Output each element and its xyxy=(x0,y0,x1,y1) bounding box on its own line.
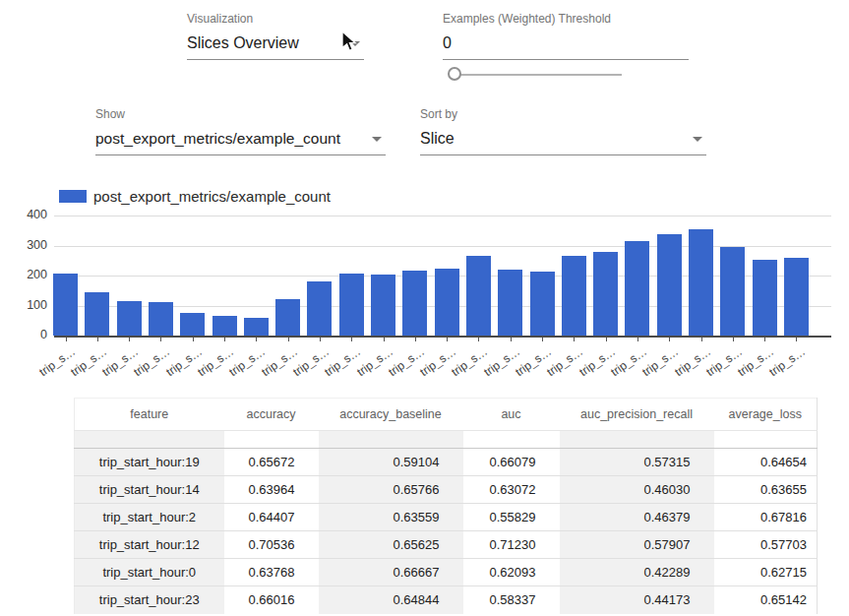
x-axis-tick xyxy=(669,338,670,341)
bar[interactable] xyxy=(244,318,269,336)
bar[interactable] xyxy=(753,260,777,336)
bar[interactable] xyxy=(53,274,78,336)
metric-cell: 0.71230 xyxy=(463,531,560,559)
sortby-label: Sort by xyxy=(420,107,706,121)
x-axis-tick xyxy=(129,338,130,341)
metric-cell: 0.65625 xyxy=(319,531,463,559)
y-gridline xyxy=(54,216,831,216)
table-row: trip_start_hour:140.639640.657660.630720… xyxy=(75,476,818,504)
column-header-accuracy[interactable]: accuracy xyxy=(224,399,319,431)
y-axis-tick-label: 400 xyxy=(8,208,47,221)
threshold-label: Examples (Weighted) Threshold xyxy=(443,12,689,26)
x-axis-tick xyxy=(606,338,607,341)
chevron-down-icon xyxy=(372,137,382,142)
x-axis-tick xyxy=(351,338,352,341)
threshold-value: 0 xyxy=(443,34,452,51)
x-axis-tick xyxy=(637,338,638,341)
bar[interactable] xyxy=(212,316,237,336)
bar[interactable] xyxy=(117,301,142,336)
metric-cell: 0.66016 xyxy=(224,586,319,614)
column-header-average_loss[interactable]: average_loss xyxy=(714,399,818,431)
threshold-slider[interactable] xyxy=(448,67,622,83)
bar[interactable] xyxy=(625,241,649,336)
column-header-feature[interactable]: feature xyxy=(75,399,224,431)
table-header-row: featureaccuracyaccuracy_baselineaucauc_p… xyxy=(75,399,818,431)
metric-cell: 0.66667 xyxy=(319,559,463,586)
metric-cell: 0.59104 xyxy=(319,449,463,476)
metric-cell: 0.46379 xyxy=(560,504,714,531)
y-gridline xyxy=(54,246,831,247)
bar[interactable] xyxy=(371,275,395,336)
show-value: post_export_metrics/example_count xyxy=(95,130,340,147)
x-axis-tick xyxy=(256,338,257,341)
chevron-down-icon xyxy=(693,137,702,142)
filter-cell xyxy=(224,431,319,449)
slider-track[interactable] xyxy=(455,74,622,76)
sortby-select[interactable]: Slice xyxy=(420,128,706,155)
bar[interactable] xyxy=(562,256,586,336)
bar[interactable] xyxy=(85,292,109,336)
y-axis-tick-label: 0 xyxy=(8,328,47,341)
metric-cell: 0.57703 xyxy=(714,531,818,559)
filter-cell xyxy=(463,431,560,449)
filter-cell xyxy=(75,431,224,449)
x-axis-line xyxy=(54,336,831,338)
x-axis-tick xyxy=(796,338,797,341)
show-control: Show post_export_metrics/example_count xyxy=(95,107,386,155)
legend-label: post_export_metrics/example_count xyxy=(93,188,331,205)
x-axis-tick xyxy=(574,338,575,341)
metric-cell: 0.65142 xyxy=(714,586,818,614)
bar[interactable] xyxy=(498,270,522,336)
x-axis-tick xyxy=(701,338,702,341)
x-axis-tick xyxy=(97,338,98,341)
bar[interactable] xyxy=(180,313,205,336)
bar[interactable] xyxy=(466,256,491,336)
show-select[interactable]: post_export_metrics/example_count xyxy=(95,128,386,155)
legend-swatch xyxy=(59,190,87,203)
mouse-cursor-icon xyxy=(341,31,358,53)
feature-cell: trip_start_hour:19 xyxy=(75,449,224,476)
x-axis-tick xyxy=(384,338,385,341)
chart-legend: post_export_metrics/example_count xyxy=(59,188,331,205)
filter-cell xyxy=(560,431,714,449)
column-header-accuracy_baseline[interactable]: accuracy_baseline xyxy=(319,399,463,431)
bar[interactable] xyxy=(689,229,713,336)
bar[interactable] xyxy=(784,258,809,336)
metric-cell: 0.63964 xyxy=(224,476,319,504)
metric-cell: 0.64844 xyxy=(319,586,463,614)
threshold-input[interactable]: 0 xyxy=(443,32,689,60)
column-header-auc_precision_recall[interactable]: auc_precision_recall xyxy=(560,399,714,431)
visualization-label: Visualization xyxy=(187,12,364,26)
bar[interactable] xyxy=(530,272,555,336)
bar[interactable] xyxy=(720,247,745,336)
metric-cell: 0.58337 xyxy=(463,586,560,614)
table-row: trip_start_hour:00.637680.666670.620930.… xyxy=(75,559,818,586)
x-axis-tick xyxy=(447,338,448,341)
column-header-auc[interactable]: auc xyxy=(463,399,560,431)
metric-cell: 0.67816 xyxy=(714,504,818,531)
metric-cell: 0.55829 xyxy=(463,504,560,531)
metric-cell: 0.42289 xyxy=(560,559,714,586)
visualization-select[interactable]: Slices Overview xyxy=(187,32,364,60)
bar[interactable] xyxy=(339,274,364,336)
visualization-control: Visualization Slices Overview xyxy=(187,12,364,60)
bar[interactable] xyxy=(402,271,427,336)
table-filter-row xyxy=(75,431,818,449)
bar[interactable] xyxy=(593,252,618,336)
feature-cell: trip_start_hour:0 xyxy=(75,559,224,586)
table-row: trip_start_hour:20.644070.635590.558290.… xyxy=(75,504,818,531)
show-label: Show xyxy=(95,107,386,121)
y-axis-tick-label: 200 xyxy=(8,268,47,281)
feature-cell: trip_start_hour:23 xyxy=(75,586,224,614)
bar[interactable] xyxy=(435,269,459,336)
bar[interactable] xyxy=(307,281,332,336)
metric-cell: 0.63559 xyxy=(319,504,463,531)
x-axis-tick xyxy=(160,338,161,341)
bar[interactable] xyxy=(149,302,173,336)
table-row: trip_start_hour:230.660160.648440.583370… xyxy=(75,586,818,614)
slider-knob[interactable] xyxy=(448,67,461,81)
bar[interactable] xyxy=(657,234,682,336)
bar[interactable] xyxy=(275,299,300,336)
x-axis-tick xyxy=(511,338,512,341)
metric-cell: 0.57315 xyxy=(560,449,714,476)
